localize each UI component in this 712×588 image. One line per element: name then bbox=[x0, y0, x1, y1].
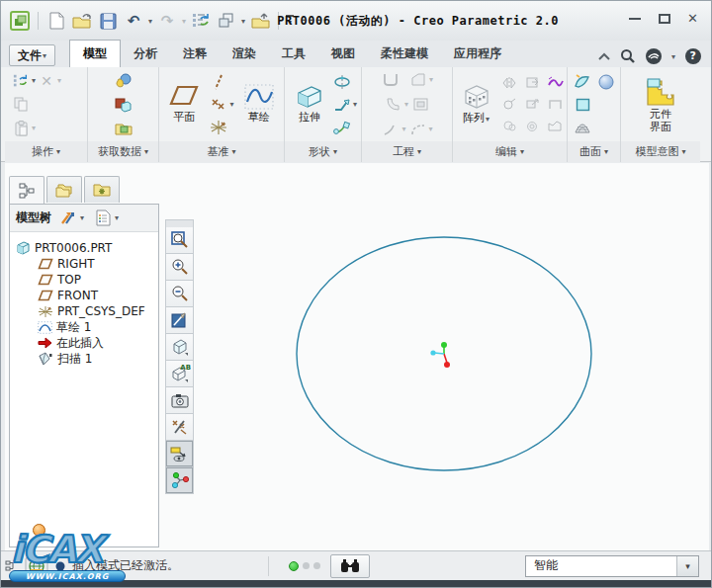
datum-display-filters-button[interactable] bbox=[165, 414, 194, 441]
round-dropdown: ▾ bbox=[429, 125, 433, 133]
tab-tools[interactable]: 工具 bbox=[269, 42, 318, 67]
help-button[interactable] bbox=[685, 48, 701, 64]
model-regeneration-indicator[interactable] bbox=[289, 561, 320, 571]
maximize-button[interactable] bbox=[658, 13, 671, 25]
browser-toggle-icon[interactable] bbox=[25, 556, 48, 576]
group-label-model-intent[interactable]: 模型意图 bbox=[621, 141, 700, 162]
user-defined-feature-icon[interactable] bbox=[114, 71, 134, 91]
ribbon-tab-bar: 文件 模型 分析 注释 渲染 工具 视图 柔性建模 应用程序 ▾ bbox=[1, 41, 711, 67]
datum-csys-icon[interactable] bbox=[209, 118, 228, 137]
tab-analysis[interactable]: 分析 bbox=[121, 42, 170, 67]
group-label-operations[interactable]: 操作 bbox=[5, 141, 87, 162]
undo-dropdown[interactable]: ▾ bbox=[148, 17, 152, 26]
component-interface-button[interactable]: 元件界面 bbox=[635, 73, 686, 135]
zoom-out-button[interactable] bbox=[165, 281, 194, 307]
project-icon bbox=[545, 95, 565, 115]
tree-settings-icon[interactable] bbox=[96, 210, 111, 226]
group-label-datum[interactable]: 基准 bbox=[159, 141, 284, 162]
extrude-button[interactable]: 拉伸 bbox=[289, 82, 330, 126]
windows-dropdown[interactable]: ▾ bbox=[241, 17, 245, 26]
display-style-button[interactable] bbox=[165, 334, 194, 361]
tab-folder-browser[interactable] bbox=[46, 176, 82, 203]
tree-item-right[interactable]: RIGHT bbox=[16, 256, 158, 272]
minimize-button[interactable] bbox=[628, 13, 642, 25]
tab-model[interactable]: 模型 bbox=[69, 40, 121, 67]
swept-blend-icon[interactable] bbox=[332, 118, 352, 137]
tree-item-sketch1[interactable]: 草绘 1 bbox=[16, 319, 158, 335]
regenerate-button[interactable] bbox=[190, 10, 212, 32]
saved-orientations-button[interactable]: AB bbox=[165, 361, 194, 387]
tree-item-top[interactable]: TOP bbox=[16, 272, 158, 288]
repaint-icon bbox=[171, 312, 188, 329]
copy-geometry-icon[interactable] bbox=[114, 95, 134, 115]
group-label-get-data[interactable]: 获取数据 bbox=[88, 141, 158, 162]
community-dropdown[interactable]: ▾ bbox=[671, 52, 675, 61]
tree-tools-dropdown[interactable]: ▾ bbox=[80, 213, 84, 222]
annotation-display-button[interactable] bbox=[165, 441, 194, 467]
tree-item-insert-here[interactable]: 在此插入 bbox=[16, 335, 158, 351]
save-button[interactable] bbox=[97, 10, 119, 32]
tab-applications[interactable]: 应用程序 bbox=[441, 42, 514, 67]
search-button[interactable] bbox=[620, 48, 636, 64]
fill-icon[interactable] bbox=[573, 95, 592, 115]
style-sphere-icon[interactable] bbox=[596, 72, 616, 92]
minimize-ribbon-button[interactable] bbox=[598, 52, 610, 60]
group-label-surfaces[interactable]: 曲面 bbox=[568, 141, 620, 162]
spin-center-button[interactable] bbox=[165, 467, 194, 494]
tab-flexible-modeling[interactable]: 柔性建模 bbox=[368, 42, 441, 67]
sweep-dropdown[interactable]: ▾ bbox=[353, 100, 357, 109]
model-tree-header: 模型树 ▾ ▾ bbox=[10, 205, 158, 232]
extend-icon[interactable] bbox=[545, 73, 565, 93]
tree-settings-dropdown[interactable]: ▾ bbox=[115, 213, 119, 222]
file-menu-label: 文件 bbox=[18, 47, 42, 64]
tree-item-part[interactable]: PRT0006.PRT bbox=[16, 240, 158, 256]
close-window-button[interactable] bbox=[249, 10, 271, 32]
selection-filter[interactable]: 智能 bbox=[525, 555, 699, 577]
toolbar-handle[interactable] bbox=[165, 219, 194, 227]
sweep-icon[interactable] bbox=[332, 95, 352, 115]
redo-button[interactable] bbox=[156, 10, 178, 32]
community-button[interactable] bbox=[646, 48, 662, 64]
group-label-editing[interactable]: 编辑 bbox=[453, 141, 567, 162]
windows-button[interactable] bbox=[216, 10, 237, 32]
redo-dropdown[interactable]: ▾ bbox=[182, 17, 186, 26]
repaint-button[interactable] bbox=[165, 307, 194, 334]
tab-view[interactable]: 视图 bbox=[318, 42, 368, 67]
selection-filter-dropdown[interactable] bbox=[676, 556, 698, 576]
boundary-blend-icon[interactable] bbox=[573, 72, 592, 92]
zoom-fit-button[interactable] bbox=[165, 227, 194, 254]
regenerate-dropdown[interactable]: ▾ bbox=[32, 76, 36, 85]
undo-button[interactable] bbox=[123, 10, 144, 32]
app-icon[interactable] bbox=[9, 10, 31, 32]
tab-favorites[interactable] bbox=[84, 176, 120, 203]
datum-point-dropdown[interactable]: ▾ bbox=[229, 100, 233, 109]
tree-item-sweep1[interactable]: 扫描 1 bbox=[16, 351, 158, 367]
status-message: 插入模式已经激活。 bbox=[72, 557, 179, 574]
datum-point-icon[interactable] bbox=[209, 95, 228, 115]
close-button[interactable] bbox=[687, 13, 701, 25]
file-menu-button[interactable]: 文件 bbox=[9, 44, 55, 66]
group-label-shapes[interactable]: 形状 bbox=[285, 141, 361, 162]
tab-annotate[interactable]: 注释 bbox=[170, 42, 220, 67]
tab-model-tree[interactable] bbox=[9, 176, 44, 205]
tree-tools-icon[interactable] bbox=[59, 210, 76, 226]
open-file-button[interactable] bbox=[71, 10, 93, 32]
datum-axis-icon[interactable] bbox=[209, 72, 228, 92]
group-label-engineering[interactable]: 工程 bbox=[362, 141, 452, 162]
regenerate-icon[interactable] bbox=[11, 71, 31, 91]
new-file-button[interactable] bbox=[45, 10, 67, 32]
tree-item-csys[interactable]: PRT_CSYS_DEF bbox=[16, 303, 158, 319]
freestyle-icon[interactable] bbox=[573, 118, 592, 137]
tree-item-front[interactable]: FRONT bbox=[16, 288, 158, 303]
revolve-icon[interactable] bbox=[332, 72, 352, 92]
pattern-button[interactable]: 阵列 bbox=[455, 81, 497, 127]
datum-plane-button[interactable]: 平面 bbox=[161, 82, 207, 126]
navigator-toggle-icon[interactable] bbox=[5, 559, 19, 572]
shrinkwrap-icon[interactable] bbox=[114, 119, 134, 138]
view-manager-button[interactable] bbox=[165, 387, 194, 414]
tab-render[interactable]: 渲染 bbox=[220, 42, 269, 67]
zoom-in-button[interactable] bbox=[165, 254, 194, 281]
message-log-icon[interactable] bbox=[54, 560, 66, 572]
find-button[interactable] bbox=[330, 554, 370, 578]
sketch-button[interactable]: 草绘 bbox=[236, 82, 282, 126]
